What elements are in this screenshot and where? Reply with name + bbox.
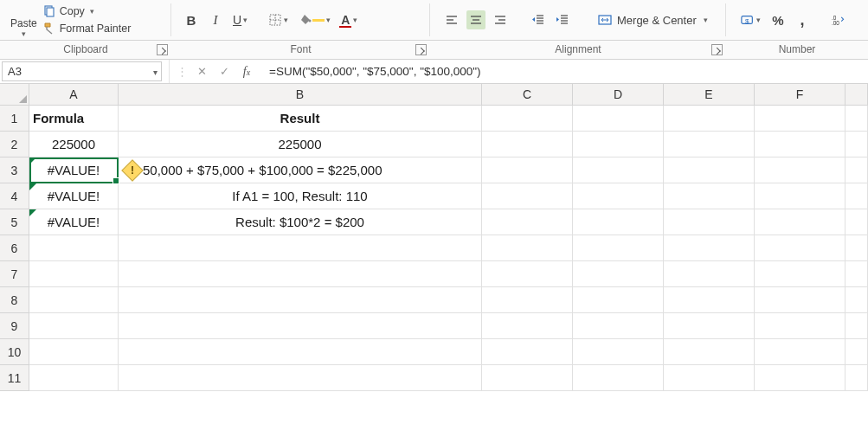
format-painter-button[interactable]: Format Painter — [42, 20, 132, 37]
cell-C8[interactable] — [482, 287, 573, 313]
cell-F7[interactable] — [755, 261, 845, 287]
merge-center-button[interactable]: Merge & Center ▾ — [593, 10, 713, 29]
cell-D2[interactable] — [573, 132, 664, 157]
cell-F8[interactable] — [755, 287, 845, 313]
cell-B9[interactable] — [119, 313, 482, 339]
cell-B2[interactable]: 225000 — [119, 132, 482, 157]
col-header-F[interactable]: F — [755, 84, 845, 106]
cell-F1[interactable] — [755, 106, 845, 132]
italic-button[interactable]: I — [206, 10, 225, 29]
cell-E1[interactable] — [664, 106, 755, 132]
cell-A7[interactable] — [29, 261, 119, 287]
cell-D4[interactable] — [573, 183, 664, 209]
percent-button[interactable]: % — [768, 10, 788, 29]
row-header-9[interactable]: 9 — [0, 313, 29, 339]
cell-A11[interactable] — [29, 365, 119, 391]
chevron-down-icon[interactable]: ▾ — [153, 67, 158, 76]
align-right-button[interactable] — [491, 10, 510, 29]
copy-button[interactable]: Copy ▾ — [42, 3, 132, 20]
cell-B8[interactable] — [119, 287, 482, 313]
cell-A8[interactable] — [29, 287, 119, 313]
cell-E3[interactable] — [664, 157, 755, 183]
cell-B5[interactable]: Result: $100*2 = $200 — [119, 209, 482, 235]
cell-G5[interactable] — [845, 209, 868, 235]
cell-D9[interactable] — [573, 313, 664, 339]
cell-F2[interactable] — [755, 132, 845, 157]
cell-G9[interactable] — [845, 313, 868, 339]
cell-F10[interactable] — [755, 339, 845, 365]
cell-C2[interactable] — [482, 132, 573, 157]
alignment-dialog-launcher[interactable] — [711, 44, 723, 55]
insert-function-button[interactable]: fx — [238, 63, 255, 80]
clipboard-dialog-launcher[interactable] — [157, 44, 168, 55]
cell-F5[interactable] — [755, 209, 845, 235]
cell-G8[interactable] — [845, 287, 868, 313]
col-header-C[interactable]: C — [482, 84, 573, 106]
row-header-7[interactable]: 7 — [0, 261, 29, 287]
cell-G10[interactable] — [845, 339, 868, 365]
cell-D10[interactable] — [573, 339, 664, 365]
row-header-11[interactable]: 11 — [0, 365, 29, 391]
col-header-extra[interactable] — [845, 84, 868, 106]
cell-E2[interactable] — [664, 132, 755, 157]
cell-A1[interactable]: Formula — [29, 106, 119, 132]
font-color-button[interactable]: A ▾ — [338, 10, 360, 29]
cell-E6[interactable] — [664, 235, 755, 261]
cell-E9[interactable] — [664, 313, 755, 339]
cell-F3[interactable] — [755, 157, 845, 183]
cell-C11[interactable] — [482, 365, 573, 391]
row-header-10[interactable]: 10 — [0, 339, 29, 365]
cell-D6[interactable] — [573, 235, 664, 261]
font-dialog-launcher[interactable] — [415, 44, 427, 55]
cell-F6[interactable] — [755, 235, 845, 261]
cell-B10[interactable] — [119, 339, 482, 365]
cell-A5[interactable]: #VALUE! — [29, 209, 119, 235]
cell-G7[interactable] — [845, 261, 868, 287]
underline-button[interactable]: U▾ — [230, 10, 250, 29]
cell-D3[interactable] — [573, 157, 664, 183]
cell-A4[interactable]: #VALUE! — [29, 183, 119, 209]
cell-B4[interactable]: If A1 = 100, Result: 110 — [119, 183, 482, 209]
spreadsheet-grid[interactable]: A B C D E F 1 Formula Result 2 225000 22… — [0, 84, 868, 391]
cell-E5[interactable] — [664, 209, 755, 235]
cell-D11[interactable] — [573, 365, 664, 391]
row-header-2[interactable]: 2 — [0, 132, 29, 157]
cell-B1[interactable]: Result — [119, 106, 482, 132]
cell-A6[interactable] — [29, 235, 119, 261]
bold-button[interactable]: B — [182, 10, 201, 29]
col-header-B[interactable]: B — [119, 84, 482, 106]
paste-button[interactable]: Paste ▾ — [7, 0, 41, 40]
accounting-format-button[interactable]: $ ▾ — [738, 10, 763, 29]
col-header-E[interactable]: E — [664, 84, 755, 106]
cell-G4[interactable] — [845, 183, 868, 209]
row-header-1[interactable]: 1 — [0, 106, 29, 132]
row-header-4[interactable]: 4 — [0, 183, 29, 209]
cell-D5[interactable] — [573, 209, 664, 235]
cell-E4[interactable] — [664, 183, 755, 209]
cell-A10[interactable] — [29, 339, 119, 365]
increase-decimal-button[interactable]: .0.00 — [829, 10, 848, 29]
cell-G11[interactable] — [845, 365, 868, 391]
cell-F11[interactable] — [755, 365, 845, 391]
borders-button[interactable]: ▾ — [266, 10, 291, 29]
col-header-A[interactable]: A — [29, 84, 119, 106]
cell-G1[interactable] — [845, 106, 868, 132]
align-left-button[interactable] — [442, 10, 461, 29]
cell-C3[interactable] — [482, 157, 573, 183]
cell-C7[interactable] — [482, 261, 573, 287]
fill-color-button[interactable]: ▾ — [296, 10, 333, 29]
cell-C1[interactable] — [482, 106, 573, 132]
enter-button[interactable]: ✓ — [215, 63, 233, 80]
cell-G3[interactable] — [845, 157, 868, 183]
cell-C6[interactable] — [482, 235, 573, 261]
cell-E10[interactable] — [664, 339, 755, 365]
decrease-indent-button[interactable] — [529, 10, 548, 29]
cell-G6[interactable] — [845, 235, 868, 261]
cell-C9[interactable] — [482, 313, 573, 339]
cell-B3[interactable]: 50,000 + $75,000 + $100,000 = $225,000 — [119, 157, 482, 183]
cell-B11[interactable] — [119, 365, 482, 391]
cell-D1[interactable] — [573, 106, 664, 132]
select-all-corner[interactable] — [0, 84, 29, 106]
increase-indent-button[interactable] — [553, 10, 572, 29]
cell-D7[interactable] — [573, 261, 664, 287]
